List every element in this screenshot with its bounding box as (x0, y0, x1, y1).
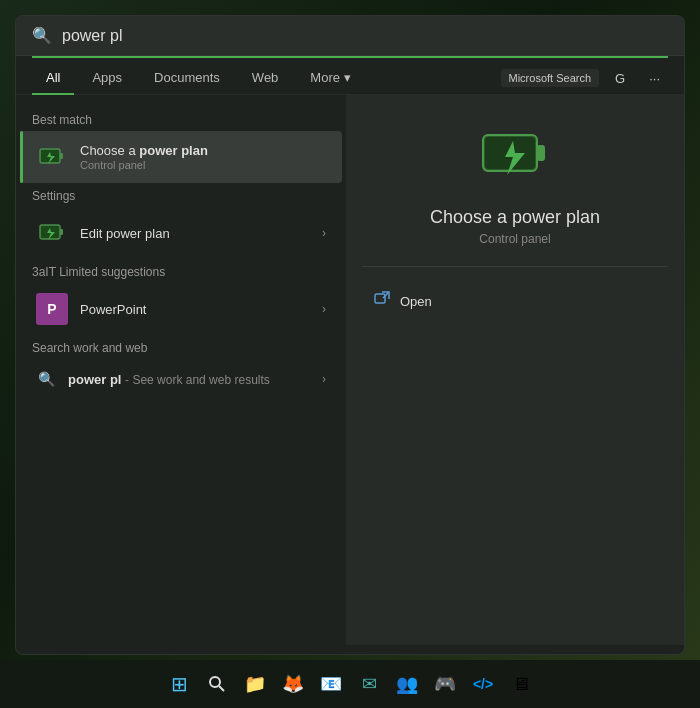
suggestions-section-label: 3aIT Limited suggestions (16, 259, 346, 283)
taskbar: ⊞ 📁 🦊 📧 ✉ 👥 🎮 </> 🖥 (0, 660, 700, 708)
main-content: Best match Choose a power plan (16, 95, 684, 645)
web-search-title: power pl - See work and web results (68, 372, 310, 387)
settings-section-label: Settings (16, 183, 346, 207)
edit-power-plan-icon (36, 217, 68, 249)
open-action[interactable]: Open (362, 283, 668, 319)
taskbar-folder-button[interactable]: 📁 (237, 666, 273, 702)
web-search-text: power pl - See work and web results (68, 372, 310, 387)
taskbar-icons: ⊞ 📁 🦊 📧 ✉ 👥 🎮 </> 🖥 (161, 666, 539, 702)
tab-apps[interactable]: Apps (78, 62, 136, 95)
detail-divider (362, 266, 668, 267)
more-options-icon[interactable]: ··· (641, 67, 668, 90)
search-input[interactable] (62, 27, 668, 45)
best-match-label: Best match (16, 107, 346, 131)
best-match-item[interactable]: Choose a power plan Control panel (20, 131, 342, 183)
edit-power-plan-text: Edit power plan (80, 226, 310, 241)
web-section-label: Search work and web (16, 335, 346, 359)
google-icon[interactable]: G (607, 67, 633, 90)
edit-power-plan-item[interactable]: Edit power plan › (20, 207, 342, 259)
taskbar-email-button[interactable]: ✉ (351, 666, 387, 702)
taskbar-powershell-button[interactable]: 🖥 (503, 666, 539, 702)
microsoft-search-badge: Microsoft Search (501, 69, 600, 87)
open-text: Open (400, 294, 432, 309)
svg-rect-5 (60, 229, 63, 235)
open-icon (374, 291, 390, 311)
right-panel: Choose a power plan Control panel Open (346, 95, 684, 645)
best-match-subtitle: Control panel (80, 159, 326, 171)
svg-line-15 (219, 686, 224, 691)
detail-subtitle: Control panel (479, 232, 550, 246)
powerpoint-arrow: › (322, 302, 326, 316)
powerpoint-text: PowerPoint (80, 302, 310, 317)
powerpoint-item[interactable]: P PowerPoint › (20, 283, 342, 335)
web-search-subtitle-inline: - See work and web results (125, 373, 270, 387)
detail-icon (479, 119, 551, 191)
windows-start-button[interactable]: ⊞ (161, 666, 197, 702)
taskbar-steam-button[interactable]: 🎮 (427, 666, 463, 702)
web-search-arrow: › (322, 372, 326, 386)
svg-rect-1 (60, 153, 63, 159)
tab-more[interactable]: More ▾ (296, 62, 364, 95)
taskbar-outlook-button[interactable]: 📧 (313, 666, 349, 702)
taskbar-firefox-button[interactable]: 🦊 (275, 666, 311, 702)
left-panel: Best match Choose a power plan (16, 95, 346, 645)
web-search-icon: 🔍 (36, 369, 56, 389)
search-panel: 🔍 All Apps Documents Web More ▾ Microsof… (15, 15, 685, 655)
nav-right: Microsoft Search G ··· (501, 67, 669, 90)
svg-point-14 (210, 677, 220, 687)
best-match-text: Choose a power plan Control panel (80, 143, 326, 171)
taskbar-teams-button[interactable]: 👥 (389, 666, 425, 702)
powerpoint-title: PowerPoint (80, 302, 310, 317)
power-plan-icon (36, 141, 68, 173)
tab-web[interactable]: Web (238, 62, 293, 95)
web-search-item[interactable]: 🔍 power pl - See work and web results › (20, 359, 342, 399)
tab-all[interactable]: All (32, 62, 74, 95)
taskbar-vscode-button[interactable]: </> (465, 666, 501, 702)
edit-power-plan-title: Edit power plan (80, 226, 310, 241)
best-match-title: Choose a power plan (80, 143, 326, 158)
edit-power-plan-arrow: › (322, 226, 326, 240)
powerpoint-icon: P (36, 293, 68, 325)
detail-title: Choose a power plan (430, 207, 600, 228)
taskbar-search-button[interactable] (199, 666, 235, 702)
nav-tabs: All Apps Documents Web More ▾ Microsoft … (16, 58, 684, 95)
search-icon: 🔍 (32, 26, 52, 45)
tab-documents[interactable]: Documents (140, 62, 234, 95)
svg-rect-9 (537, 145, 545, 161)
search-bar: 🔍 (16, 16, 684, 56)
